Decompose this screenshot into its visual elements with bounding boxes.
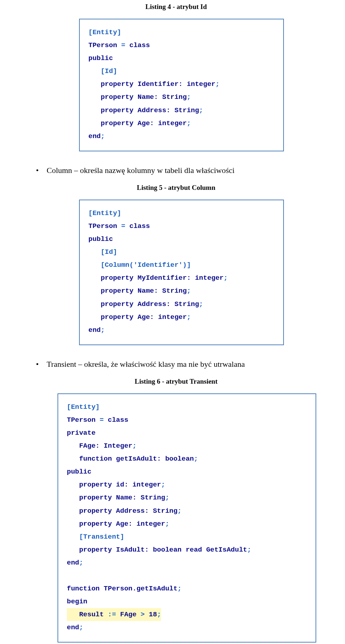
bullet-transient: • Transient – określa, że właściwość kla… xyxy=(36,360,316,369)
code: id: integer xyxy=(112,481,161,489)
code: = xyxy=(121,222,125,230)
code: read xyxy=(186,546,202,554)
code: Age: integer xyxy=(133,313,187,321)
code: ; xyxy=(247,546,251,554)
code: = xyxy=(100,416,104,424)
code: ; xyxy=(101,326,105,334)
code: [Entity] xyxy=(67,403,100,411)
code: Result xyxy=(67,611,108,618)
code: property xyxy=(67,481,112,489)
code: property xyxy=(67,494,112,502)
code: begin xyxy=(67,598,87,606)
code: MyIdentifier: integer xyxy=(133,274,224,282)
code: Name: String xyxy=(133,287,187,295)
code: property xyxy=(67,546,112,554)
code: ; xyxy=(101,132,105,140)
code: property xyxy=(67,507,112,515)
code: ; xyxy=(194,455,198,463)
code: property xyxy=(88,300,133,308)
bullet-text: Transient – określa, że właściwość klasy… xyxy=(47,360,245,369)
code: ; xyxy=(165,494,169,502)
code: Address: String xyxy=(133,300,199,308)
code: ; xyxy=(187,313,191,321)
code: property xyxy=(88,93,133,101)
code: ; xyxy=(199,300,203,308)
code: property xyxy=(88,80,133,88)
code: TPerson.getIsAdult xyxy=(100,585,178,593)
listing5-codebox: [Entity] TPerson = class public [Id] [Co… xyxy=(79,200,284,345)
code: Identifier: integer xyxy=(133,80,215,88)
code: ; xyxy=(187,119,191,127)
code: )] xyxy=(183,261,191,269)
code: [Transient] xyxy=(67,533,124,541)
code: IsAdult: boolean xyxy=(112,546,185,554)
code: end xyxy=(88,132,101,140)
code: Address: String xyxy=(112,507,177,515)
code: function xyxy=(67,585,100,593)
code: [Entity] xyxy=(88,209,121,217)
code: ; xyxy=(165,520,169,528)
code: ; xyxy=(157,611,161,618)
code: [Column( xyxy=(88,261,133,269)
code: end xyxy=(67,624,79,631)
bullet-icon: • xyxy=(36,166,39,174)
code: > xyxy=(141,611,144,618)
code: Age: integer xyxy=(112,520,165,528)
code: GetIsAdult xyxy=(202,546,247,554)
code: property xyxy=(88,313,133,321)
code: ; xyxy=(224,274,227,282)
code: private xyxy=(67,429,96,437)
code: property xyxy=(88,274,133,282)
code: function xyxy=(67,455,112,463)
code: ; xyxy=(132,442,136,450)
code: class xyxy=(104,416,128,424)
code: public xyxy=(67,468,91,476)
code: end xyxy=(67,559,79,567)
code: ; xyxy=(79,559,83,567)
code: class xyxy=(125,222,150,230)
code: 'Identifier' xyxy=(133,261,183,269)
code: Name: String xyxy=(112,494,165,502)
code: ; xyxy=(161,481,165,489)
code: := xyxy=(108,611,116,618)
code: ; xyxy=(187,287,191,295)
code: ; xyxy=(187,93,191,101)
bullet-icon: • xyxy=(36,360,39,368)
listing6-codebox: [Entity] TPerson = class private FAge: I… xyxy=(58,393,316,643)
code: getIsAdult: boolean xyxy=(112,455,194,463)
listing4-caption: Listing 4 - atrybut Id xyxy=(36,3,316,11)
code: ; xyxy=(178,507,181,515)
code: public xyxy=(88,235,113,243)
code: Name: String xyxy=(133,93,187,101)
code: TPerson xyxy=(67,416,100,424)
code: ; xyxy=(178,585,181,593)
listing4-codebox: [Entity] TPerson = class public [Id] pro… xyxy=(79,19,284,151)
code: property xyxy=(88,106,133,114)
bullet-column: • Column – określa nazwę kolumny w tabel… xyxy=(36,166,316,175)
code: ; xyxy=(79,624,83,631)
code: FAge: Integer xyxy=(67,442,132,450)
code: TPerson xyxy=(88,41,121,49)
code: property xyxy=(67,520,112,528)
listing6-caption: Listing 6 - atrybut Transient xyxy=(36,378,316,385)
code: ; xyxy=(215,80,219,88)
code: FAge xyxy=(116,611,141,618)
code: 18 xyxy=(145,611,157,618)
listing5-caption: Listing 5 - atrybut Column xyxy=(36,184,316,192)
code: Age: integer xyxy=(133,119,187,127)
code: property xyxy=(88,119,133,127)
code: ; xyxy=(199,106,203,114)
code: [Id] xyxy=(88,248,117,256)
code: end xyxy=(88,326,101,334)
code: TPerson xyxy=(88,222,121,230)
code: property xyxy=(88,287,133,295)
code: public xyxy=(88,54,113,62)
code: [Id] xyxy=(88,67,117,75)
code: class xyxy=(125,41,150,49)
code: Address: String xyxy=(133,106,199,114)
code: = xyxy=(121,41,125,49)
bullet-text: Column – określa nazwę kolumny w tabeli … xyxy=(47,166,235,175)
code: [Entity] xyxy=(88,28,121,36)
